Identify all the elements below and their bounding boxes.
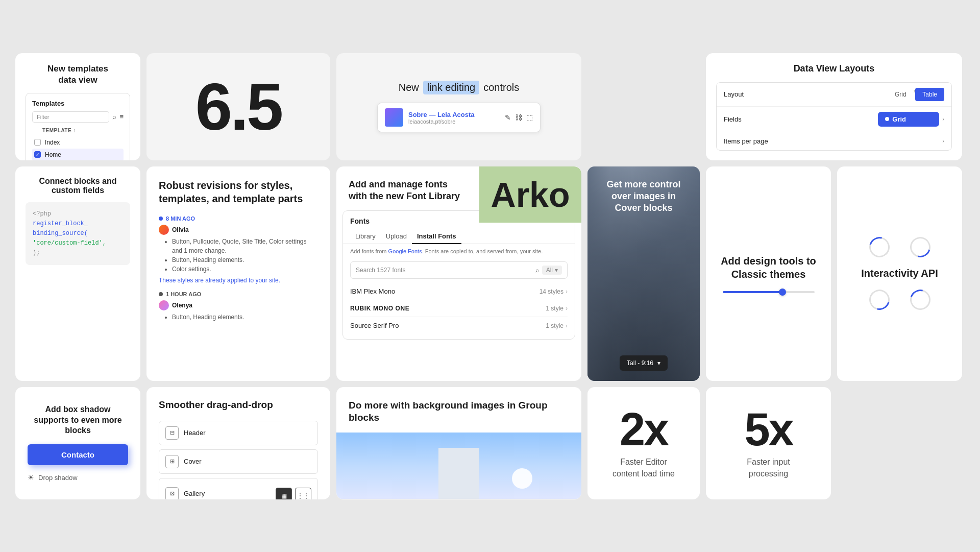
tab-library[interactable]: Library <box>350 229 381 244</box>
link-info: Sobre — Leia Acosta leiaacosta.pt/sobre <box>408 111 500 125</box>
filter-placeholder: Filter <box>37 114 49 120</box>
revision-time-2: 1 HOUR AGO <box>159 291 318 297</box>
card-fonts: Add and manage fonts with the new Font L… <box>336 166 581 381</box>
link-url: leiaacosta.pt/sobre <box>408 118 500 125</box>
revision-dot-1 <box>159 217 163 221</box>
revision-applied: These styles are already applied to your… <box>159 277 318 284</box>
templates-panel: Templates Filter ⌕ ≡ TEMPLATE ↑ Index Ho… <box>26 93 130 160</box>
spinner-top-right <box>906 233 934 261</box>
revision-item-1: 8 MIN AGO Olivia Button, Pullquote, Quot… <box>159 215 318 284</box>
font-item-rubik[interactable]: RUBIK MONO ONE 1 style › <box>350 300 568 317</box>
connect-title: Connect blocks and custom fields <box>26 177 130 195</box>
search-icon[interactable]: ⌕ <box>112 113 116 121</box>
revision-item-2: 1 HOUR AGO Olenya Button, Heading elemen… <box>159 291 318 322</box>
revision-changes-1: Button, Pullquote, Quote, Site Title, Co… <box>159 237 318 274</box>
template-label-home: Home <box>45 151 61 158</box>
design-slider[interactable] <box>723 291 815 293</box>
edit-icon[interactable]: ✎ <box>505 113 511 122</box>
copy-icon[interactable]: ⬚ <box>526 113 533 122</box>
gallery-label: Gallery <box>184 490 205 497</box>
spinner-bottom-right <box>906 286 934 314</box>
fonts-list: IBM Plex Mono 14 styles › RUBIK MONO ONE… <box>343 283 575 339</box>
user-avatar-olenya <box>159 300 169 310</box>
card-interactivity: Interactivity API <box>837 166 962 381</box>
card-templates: New templates data view Templates Filter… <box>15 53 140 160</box>
arko-preview: Arko <box>479 166 581 223</box>
cover-dropdown[interactable]: Tall - 9:16 ▾ <box>620 355 668 371</box>
drag-item-header[interactable]: ⊟ Header <box>159 421 318 445</box>
link-name: Sobre — Leia Acosta <box>408 111 500 118</box>
filter-select[interactable]: All ▾ <box>542 266 562 275</box>
col-header: TEMPLATE ↑ <box>32 128 124 133</box>
revision-time-1: 8 MIN AGO <box>159 215 318 222</box>
revision-dot-2 <box>159 292 163 296</box>
arrow-ibm: › <box>566 288 568 295</box>
stat-2x: 2x <box>620 406 668 452</box>
gallery-block-icon: ⊠ <box>165 487 179 499</box>
fonts-search[interactable]: Search 1527 fonts ⌕ All ▾ <box>350 261 568 279</box>
drag-item-gallery[interactable]: ⊠ Gallery ▦ ⋮⋮ <box>159 478 318 499</box>
panel-title: Templates <box>32 100 124 107</box>
items-label: Items per page <box>724 137 942 145</box>
card-connect: Connect blocks and custom fields <?php r… <box>15 166 140 381</box>
tab-upload[interactable]: Upload <box>381 229 412 244</box>
card-cover: Get more control over images in Cover bl… <box>587 166 700 381</box>
tab-table[interactable]: Table <box>915 88 944 101</box>
cover-label: Cover <box>184 458 202 465</box>
template-row-home[interactable]: Home <box>32 149 124 160</box>
link-icon[interactable]: ⛓ <box>515 113 522 122</box>
header-block-icon: ⊟ <box>165 426 179 440</box>
template-row-index[interactable]: Index <box>32 136 124 149</box>
fields-chevron: › <box>942 116 944 122</box>
shadow-title: Add box shadow supports to even more blo… <box>28 404 128 436</box>
revisions-title: Robust revisions for styles, templates, … <box>159 179 318 205</box>
tab-install-fonts[interactable]: Install Fonts <box>412 229 461 244</box>
checkbox-index[interactable] <box>34 139 41 146</box>
link-avatar <box>385 108 403 127</box>
card-2x: 2x Faster Editor content load time <box>587 387 700 499</box>
revision-user-1: Olivia <box>159 225 318 235</box>
dataview-row-layout: Layout Grid › Table <box>717 83 951 107</box>
filter-input[interactable]: Filter <box>32 111 109 123</box>
revision-user-2: Olenya <box>159 300 318 310</box>
stat-label-2x: Faster Editor content load time <box>612 457 675 479</box>
templates-title: New templates data view <box>26 63 130 86</box>
card-shadow: Add box shadow supports to even more blo… <box>15 387 140 499</box>
dataview-title: Data View Layouts <box>716 63 952 74</box>
code-block: <?php register_block_ binding_source( 'c… <box>26 202 130 266</box>
link-actions: ✎ ⛓ ⬚ <box>505 113 533 122</box>
drag-tool-active[interactable]: ▦ <box>276 488 292 499</box>
tab-grid[interactable]: Grid <box>888 88 914 101</box>
font-styles-source: 1 style › <box>546 322 568 329</box>
font-styles-rubik: 1 style › <box>546 305 568 312</box>
shadow-demo-button[interactable]: Contacto <box>28 444 128 465</box>
fonts-desc: Add fonts from Google Fonts. Fonts are c… <box>343 244 575 258</box>
fonts-left: Add and manage fonts with the new Font L… <box>336 166 479 211</box>
items-chevron: › <box>942 138 944 144</box>
checkbox-home[interactable] <box>34 151 41 158</box>
slider-thumb[interactable] <box>779 289 786 296</box>
filter-icon[interactable]: ≡ <box>119 113 124 121</box>
revision-changes-2: Button, Heading elements. <box>159 313 318 322</box>
font-item-source[interactable]: Source Serif Pro 1 style › <box>350 317 568 334</box>
fonts-header-area: Add and manage fonts with the new Font L… <box>336 166 581 211</box>
drag-tool-outline[interactable]: ⋮⋮ <box>295 488 311 499</box>
card-drag: Smoother drag-and-drop ⊟ Header ⊞ Cover … <box>146 387 330 499</box>
arrow-rubik: › <box>566 305 568 312</box>
drag-title: Smoother drag-and-drop <box>159 399 318 411</box>
grid-option[interactable]: Grid <box>878 112 939 127</box>
font-item-ibm[interactable]: IBM Plex Mono 14 styles › <box>350 283 568 300</box>
filter-row: Filter ⌕ ≡ <box>32 111 124 123</box>
google-fonts-link[interactable]: Google Fonts <box>388 248 422 254</box>
fonts-panel: Fonts Library Upload Install Fonts Add f… <box>342 210 575 340</box>
drag-item-cover[interactable]: ⊞ Cover <box>159 449 318 474</box>
group-title: Do more with background images in Group … <box>349 399 569 424</box>
user-avatar-olivia <box>159 225 169 235</box>
header-label: Header <box>184 429 206 437</box>
spinner-top-pair <box>869 237 930 257</box>
version-number: 6.5 <box>195 74 282 140</box>
building-shape <box>438 448 479 499</box>
drop-shadow-row: ☀ Drop shadow <box>28 473 128 482</box>
grid-dot <box>885 117 889 121</box>
cover-block-icon: ⊞ <box>165 455 179 468</box>
